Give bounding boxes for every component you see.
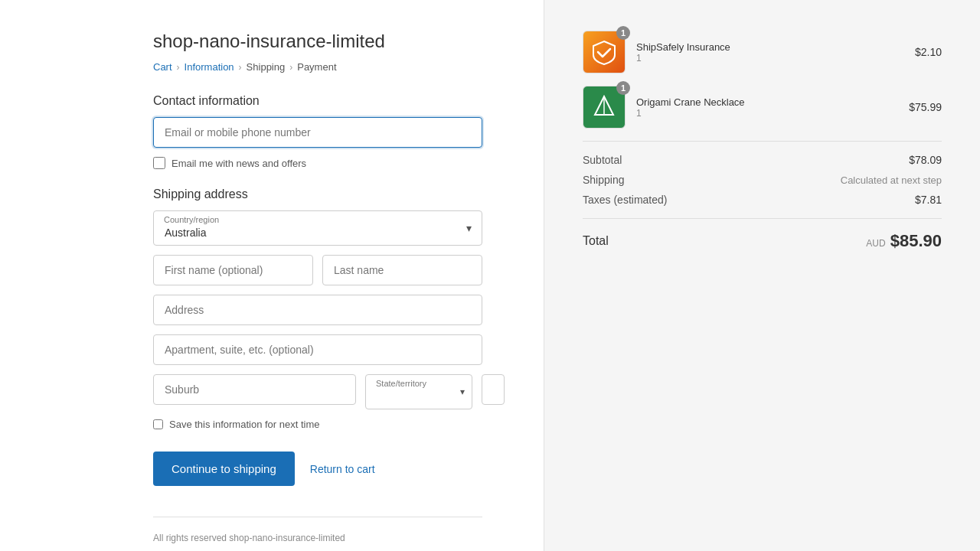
first-name-input[interactable]: [153, 255, 313, 285]
item-badge-2: 1: [616, 81, 630, 95]
last-name-input[interactable]: [322, 255, 482, 285]
breadcrumb-information[interactable]: Information: [185, 61, 234, 73]
taxes-row: Taxes (estimated) $7.81: [583, 194, 942, 206]
email-input[interactable]: [153, 117, 482, 148]
apt-input[interactable]: [153, 334, 482, 365]
item-image-1: 1: [583, 31, 626, 73]
shipping-row: Shipping Calculated at next step: [583, 174, 942, 186]
first-name-group: [153, 255, 313, 285]
state-group: State/territory ▾: [365, 374, 472, 409]
name-row: [153, 255, 482, 295]
subtotal-row: Subtotal $78.09: [583, 154, 942, 166]
footer-text: All rights reserved shop-nano-insurance-…: [153, 517, 482, 543]
shop-title: shop-nano-insurance-limited: [153, 31, 482, 52]
buttons-row: Continue to shipping Return to cart: [153, 452, 482, 486]
order-item-1: 1 ShipSafely Insurance 1 $2.10: [583, 31, 942, 73]
news-label: Email me with news and offers: [172, 158, 306, 169]
item-name-2: Origami Crane Necklace: [636, 96, 898, 108]
item-info-2: Origami Crane Necklace 1: [636, 96, 898, 119]
state-select[interactable]: [365, 374, 472, 409]
country-select-wrapper: Country/region Australia ▾: [153, 210, 482, 246]
order-divider: [583, 141, 942, 142]
postcode-group: [482, 374, 505, 409]
suburb-input[interactable]: [153, 374, 356, 405]
postcode-input[interactable]: [482, 374, 505, 405]
item-badge-1: 1: [616, 26, 630, 40]
item-price-1: $2.10: [915, 46, 942, 58]
breadcrumb-cart[interactable]: Cart: [153, 61, 172, 73]
total-row: Total AUD $85.90: [583, 218, 942, 251]
suburb-state-postcode-row: State/territory ▾: [153, 374, 482, 409]
contact-section-title: Contact information: [153, 94, 482, 108]
breadcrumb-payment: Payment: [297, 61, 336, 73]
item-name-1: ShipSafely Insurance: [636, 41, 904, 53]
shipping-label: Shipping: [583, 174, 625, 186]
right-panel: 1 ShipSafely Insurance 1 $2.10 1 Origami…: [544, 0, 980, 551]
return-to-cart-link[interactable]: Return to cart: [310, 463, 375, 475]
item-image-2: 1: [583, 86, 626, 129]
save-checkbox[interactable]: [153, 419, 163, 429]
item-info-1: ShipSafely Insurance 1: [636, 41, 904, 64]
country-group: Country/region Australia ▾: [153, 210, 482, 246]
shipsafely-icon: [590, 38, 618, 66]
order-item-2: 1 Origami Crane Necklace 1 $75.99: [583, 86, 942, 129]
save-checkbox-row: Save this information for next time: [153, 419, 482, 430]
suburb-group: [153, 374, 356, 409]
taxes-value: $7.81: [915, 194, 942, 206]
taxes-label: Taxes (estimated): [583, 194, 667, 206]
address-input[interactable]: [153, 295, 482, 325]
breadcrumb-sep-3: ›: [289, 62, 292, 73]
breadcrumb: Cart › Information › Shipping › Payment: [153, 61, 482, 73]
continue-to-shipping-button[interactable]: Continue to shipping: [153, 452, 295, 486]
apt-group: [153, 334, 482, 365]
state-select-wrapper: State/territory ▾: [365, 374, 472, 409]
breadcrumb-shipping: Shipping: [247, 61, 286, 73]
total-value: AUD $85.90: [866, 231, 942, 251]
origami-icon: [590, 93, 618, 121]
total-label: Total: [583, 234, 609, 248]
country-select[interactable]: Australia: [153, 210, 482, 246]
news-checkbox-row: Email me with news and offers: [153, 157, 482, 169]
left-panel: shop-nano-insurance-limited Cart › Infor…: [0, 0, 544, 551]
total-currency: AUD: [866, 238, 885, 249]
shipping-section-title: Shipping address: [153, 187, 482, 201]
breadcrumb-sep-1: ›: [177, 62, 180, 73]
address-group: [153, 295, 482, 325]
item-qty-2: 1: [636, 108, 898, 119]
last-name-group: [322, 255, 482, 285]
subtotal-value: $78.09: [909, 154, 942, 166]
news-checkbox[interactable]: [153, 157, 165, 169]
save-label: Save this information for next time: [169, 419, 320, 430]
shipping-value: Calculated at next step: [841, 174, 942, 186]
breadcrumb-sep-2: ›: [239, 62, 242, 73]
total-amount: $85.90: [890, 231, 942, 251]
item-qty-1: 1: [636, 53, 904, 64]
subtotal-label: Subtotal: [583, 154, 622, 166]
email-group: [153, 117, 482, 148]
item-price-2: $75.99: [909, 101, 942, 113]
